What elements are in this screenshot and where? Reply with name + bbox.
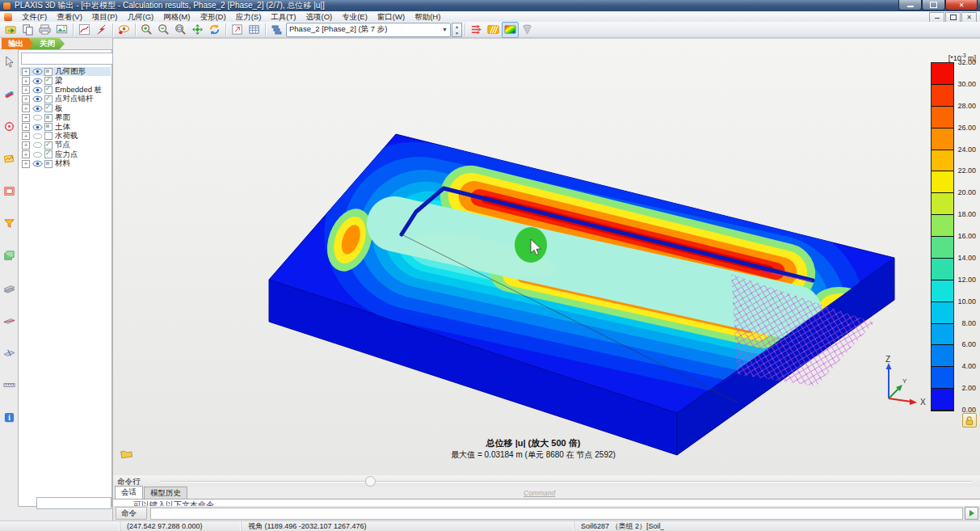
curves-manager-button[interactable] <box>76 22 93 38</box>
scale-window-button[interactable] <box>229 22 246 38</box>
menu-窗口[interactable]: 窗口(W) <box>372 12 410 21</box>
expand-icon[interactable]: + <box>22 114 30 122</box>
circle-icon[interactable] <box>32 114 43 121</box>
expand-icon[interactable]: + <box>22 77 30 85</box>
expand-icon[interactable]: + <box>22 132 30 140</box>
hide-parts-button[interactable] <box>116 22 132 38</box>
print-button[interactable] <box>36 22 53 38</box>
eye-icon[interactable] <box>32 86 43 94</box>
menu-变形[interactable]: 变形(D) <box>195 12 230 21</box>
filter-tool[interactable] <box>2 216 16 230</box>
circle-icon[interactable] <box>32 133 43 140</box>
circle-icon[interactable] <box>32 141 43 149</box>
visibility-checkbox[interactable] <box>44 160 53 168</box>
horizontal-slice-tool[interactable] <box>2 280 16 295</box>
expand-icon[interactable]: + <box>22 104 30 112</box>
model-3d-scene[interactable]: Z Y X <box>113 39 980 475</box>
info-tool[interactable]: i <box>2 410 16 424</box>
shadings-button[interactable] <box>502 22 519 38</box>
menu-帮助[interactable]: 帮助(H) <box>410 12 445 21</box>
snapshot-tool[interactable] <box>2 151 16 166</box>
slice-red-tool[interactable] <box>2 313 16 327</box>
minimize-button[interactable] <box>898 0 922 11</box>
folder-icon[interactable] <box>120 447 132 461</box>
visibility-checkbox[interactable] <box>44 86 53 94</box>
eye-icon[interactable] <box>32 68 43 75</box>
menu-工具[interactable]: 工具(T) <box>266 12 301 21</box>
tab-session[interactable]: 会话 <box>115 486 143 499</box>
step-spinner[interactable]: ▲▼ <box>452 23 462 37</box>
expand-icon[interactable]: + <box>22 160 30 168</box>
run-command-button[interactable] <box>965 507 978 520</box>
legend-lock-button[interactable] <box>962 413 977 428</box>
expand-icon[interactable]: + <box>22 68 30 76</box>
cross-section-tool[interactable] <box>2 86 16 101</box>
table-button[interactable] <box>246 22 263 38</box>
cross-section-button[interactable] <box>93 22 110 38</box>
model-viewport[interactable]: Z Y X [*10-3 m] 32.0030.0028.0026.0024.0… <box>113 38 980 475</box>
tree-item-材料[interactable]: +材料 <box>19 159 111 168</box>
visibility-checkbox[interactable] <box>44 132 53 140</box>
eye-icon[interactable] <box>32 160 43 167</box>
panel-tabs: 输出 关闭 <box>2 38 65 49</box>
window-view-tool[interactable] <box>2 183 16 198</box>
menu-几何[interactable]: 几何(G) <box>122 12 158 21</box>
visibility-checkbox[interactable] <box>44 141 53 150</box>
menu-文件[interactable]: 文件(F) <box>17 12 52 21</box>
tree-item-几何图形[interactable]: +几何图形 <box>19 67 111 76</box>
visibility-checkbox[interactable] <box>44 123 53 131</box>
tree-item-点对点锚杆[interactable]: +点对点锚杆 <box>19 95 111 103</box>
tab-model-history[interactable]: 模型历史 <box>144 487 187 499</box>
menu-项目[interactable]: 项目(P) <box>87 12 123 21</box>
iso-surface-button[interactable] <box>519 22 536 38</box>
legend-tick-label: 30.00 <box>948 80 976 88</box>
visibility-checkbox[interactable] <box>44 77 53 85</box>
eye-icon[interactable] <box>32 78 43 85</box>
tab-output[interactable]: 输出 <box>2 38 33 49</box>
menu-查看[interactable]: 查看(V) <box>52 12 87 21</box>
expand-icon[interactable]: + <box>22 150 30 158</box>
panel-bottom-box[interactable] <box>36 497 111 509</box>
maximize-button[interactable] <box>922 0 945 11</box>
contour-lines-button[interactable] <box>485 22 502 38</box>
model-view-tool[interactable] <box>2 248 16 263</box>
rotate-button[interactable] <box>206 22 223 38</box>
legend-tick-label: 6.00 <box>948 340 976 348</box>
menu-专业[interactable]: 专业(E) <box>337 12 372 21</box>
pan-button[interactable] <box>189 22 206 38</box>
tree-filter-input[interactable] <box>21 53 113 65</box>
zoom-rectangle-button[interactable] <box>172 22 189 38</box>
select-tool[interactable] <box>2 54 16 69</box>
open-project-button[interactable] <box>2 22 19 38</box>
phase-selector[interactable]: Phase_2 [Phase_2] (第 7 步)▼ <box>286 23 451 37</box>
arrows-plot-button[interactable] <box>468 22 485 38</box>
visibility-checkbox[interactable] <box>44 114 53 122</box>
splitter-handle[interactable] <box>365 476 376 487</box>
eye-icon[interactable] <box>32 124 43 131</box>
circle-icon[interactable] <box>32 151 43 158</box>
visibility-checkbox[interactable] <box>44 104 53 112</box>
minimize-icon <box>907 3 914 7</box>
visibility-checkbox[interactable] <box>44 95 53 103</box>
close-button[interactable]: ✕ <box>945 0 978 11</box>
measurement-tool[interactable] <box>2 119 16 133</box>
menu-选项[interactable]: 选项(O) <box>301 12 337 21</box>
export-image-button[interactable] <box>53 22 70 38</box>
zoom-in-button[interactable] <box>138 22 155 38</box>
eye-icon[interactable] <box>32 105 43 112</box>
zoom-out-button[interactable] <box>155 22 172 38</box>
ruler-tool[interactable] <box>2 377 16 392</box>
expand-icon[interactable]: + <box>22 86 30 94</box>
expand-icon[interactable]: + <box>22 123 30 131</box>
visibility-checkbox[interactable] <box>44 68 53 76</box>
command-input[interactable] <box>150 508 963 520</box>
expand-icon[interactable]: + <box>22 141 30 150</box>
phases-icon[interactable] <box>268 22 285 38</box>
free-slice-tool[interactable] <box>2 345 16 360</box>
menu-网格[interactable]: 网格(M) <box>158 12 195 21</box>
menu-应力[interactable]: 应力(S) <box>231 12 267 21</box>
visibility-checkbox[interactable] <box>44 150 53 158</box>
eye-icon[interactable] <box>32 95 43 103</box>
expand-icon[interactable]: + <box>22 95 30 103</box>
copy-button[interactable] <box>19 22 36 38</box>
